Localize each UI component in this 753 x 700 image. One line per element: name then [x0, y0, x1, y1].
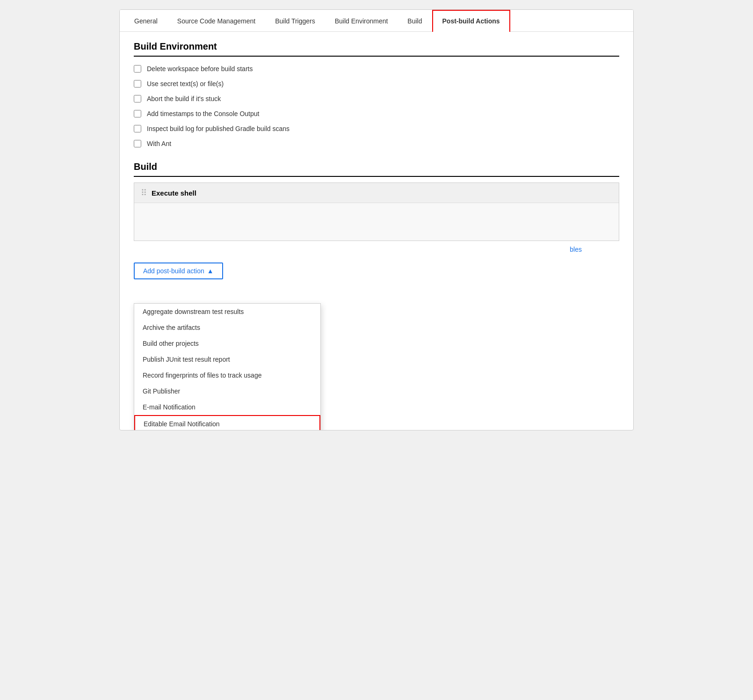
build-section: Build ⠿ Execute shell bles: [134, 161, 619, 255]
dropdown-item-build-other-projects[interactable]: Build other projects: [134, 335, 320, 351]
dropdown-item-editable-email[interactable]: Editable Email Notification: [134, 415, 320, 430]
execute-shell-box: ⠿ Execute shell: [134, 182, 619, 241]
tab-build-triggers[interactable]: Build Triggers: [265, 10, 325, 31]
checkbox-inspect-gradle[interactable]: [134, 125, 141, 132]
bles-link[interactable]: bles: [570, 246, 582, 253]
checkbox-add-timestamps[interactable]: [134, 110, 141, 117]
tab-general[interactable]: General: [124, 10, 167, 31]
dropdown-item-aggregate-downstream[interactable]: Aggregate downstream test results: [134, 304, 320, 320]
tab-bar: General Source Code Management Build Tri…: [120, 10, 633, 32]
execute-shell-title: Execute shell: [152, 189, 196, 197]
checkbox-row-delete-workspace: Delete workspace before build starts: [134, 65, 619, 73]
checkbox-label-inspect-gradle: Inspect build log for published Gradle b…: [147, 125, 290, 132]
dropdown-item-git-publisher[interactable]: Git Publisher: [134, 383, 320, 399]
build-environment-checkboxes: Delete workspace before build starts Use…: [134, 65, 619, 147]
checkbox-use-secret[interactable]: [134, 80, 141, 88]
tab-build[interactable]: Build: [398, 10, 432, 31]
tab-post-build-actions[interactable]: Post-build Actions: [432, 10, 510, 32]
dropdown-item-email-notification[interactable]: E-mail Notification: [134, 399, 320, 415]
checkbox-row-add-timestamps: Add timestamps to the Console Output: [134, 110, 619, 117]
content-area: Build Environment Delete workspace befor…: [120, 32, 633, 289]
checkbox-row-use-secret: Use secret text(s) or file(s): [134, 80, 619, 88]
checkbox-delete-workspace[interactable]: [134, 65, 141, 73]
tab-source-code-management[interactable]: Source Code Management: [167, 10, 265, 31]
checkbox-label-with-ant: With Ant: [147, 140, 171, 147]
build-environment-heading: Build Environment: [134, 41, 619, 57]
main-container: General Source Code Management Build Tri…: [119, 9, 634, 430]
add-post-build-action-button[interactable]: Add post-build action ▲: [134, 262, 223, 279]
checkbox-with-ant[interactable]: [134, 140, 141, 147]
tab-build-environment[interactable]: Build Environment: [325, 10, 398, 31]
drag-handle-icon: ⠿: [141, 188, 147, 198]
execute-shell-header: ⠿ Execute shell: [134, 183, 619, 203]
checkbox-label-delete-workspace: Delete workspace before build starts: [147, 65, 253, 73]
post-build-actions-dropdown: Aggregate downstream test results Archiv…: [134, 303, 321, 430]
build-heading: Build: [134, 161, 619, 177]
dropdown-item-publish-junit[interactable]: Publish JUnit test result report: [134, 351, 320, 367]
checkbox-label-abort-stuck: Abort the build if it's stuck: [147, 95, 221, 102]
add-action-label: Add post-build action: [143, 267, 204, 275]
checkbox-row-inspect-gradle: Inspect build log for published Gradle b…: [134, 125, 619, 132]
checkbox-label-use-secret: Use secret text(s) or file(s): [147, 80, 224, 88]
execute-shell-body: [134, 203, 619, 241]
checkbox-abort-stuck[interactable]: [134, 95, 141, 102]
dropdown-item-archive-artifacts[interactable]: Archive the artifacts: [134, 320, 320, 335]
checkbox-row-with-ant: With Ant: [134, 140, 619, 147]
checkbox-row-abort-stuck: Abort the build if it's stuck: [134, 95, 619, 102]
dropdown-item-record-fingerprints[interactable]: Record fingerprints of files to track us…: [134, 367, 320, 383]
add-action-arrow-icon: ▲: [207, 267, 214, 275]
checkbox-label-add-timestamps: Add timestamps to the Console Output: [147, 110, 259, 117]
